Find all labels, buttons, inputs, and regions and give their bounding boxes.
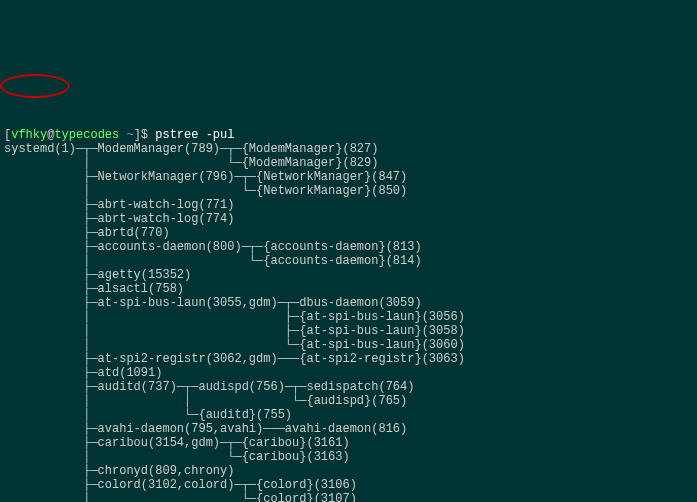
terminal-content[interactable]: [vfhky@typecodes ~]$ pstree -pul systemd… [0, 112, 697, 502]
prompt-sep: $ [141, 128, 148, 142]
prompt-path: ~ [126, 128, 133, 142]
prompt-line: [vfhky@typecodes ~]$ pstree -pul [4, 128, 234, 142]
prompt-user: vfhky [11, 128, 47, 142]
terminal-window: [vfhky@typecodes ~]$ pstree -pul systemd… [0, 70, 697, 502]
command-text: pstree -pul [155, 128, 234, 142]
annotation-ellipse-systemd [0, 74, 70, 98]
pstree-output: systemd(1)─┬─ModemManager(789)─┬─{ModemM… [4, 142, 623, 502]
prompt-host: typecodes [54, 128, 119, 142]
